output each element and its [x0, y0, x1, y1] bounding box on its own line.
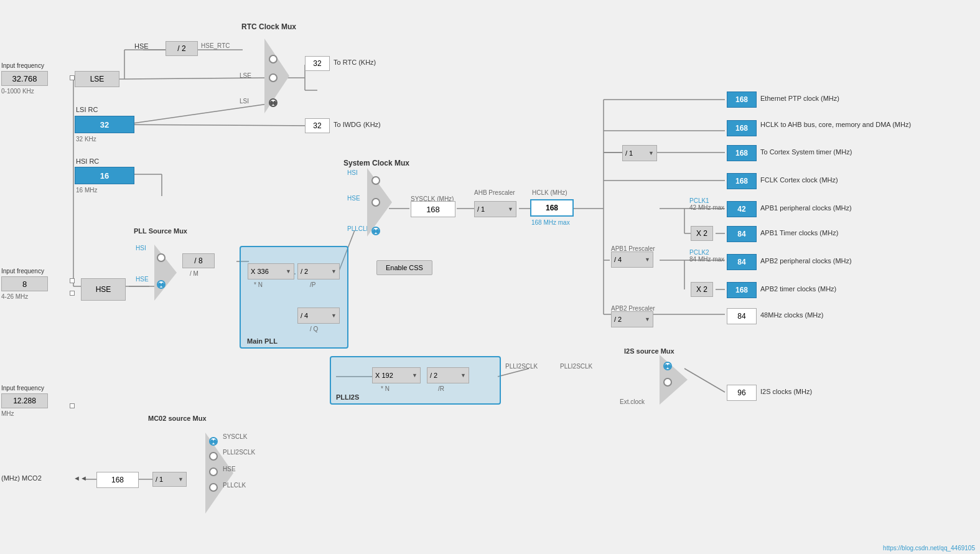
- hsi-rc-value: 16: [75, 167, 134, 184]
- mco2-div-arrow: ▼: [178, 476, 184, 482]
- ahb-prescaler-value: / 1: [477, 205, 485, 213]
- div-q-arrow: ▼: [331, 312, 337, 319]
- sys-mux-radio-hsi[interactable]: [371, 176, 380, 185]
- mul-n-arrow: ▼: [286, 268, 291, 275]
- mco2-div-value: / 1: [156, 476, 163, 483]
- pll-mux-radio-hsi[interactable]: [157, 253, 166, 262]
- fclk-value: 168: [727, 173, 757, 189]
- hse-box: HSE: [81, 278, 126, 301]
- plli2s-r-label: /R: [438, 385, 444, 392]
- i2s-mux-radio-ext[interactable]: [663, 378, 672, 387]
- i2s-mux-radio-plli2s[interactable]: [663, 362, 672, 370]
- mco2-source-mux-label: MC02 source Mux: [148, 415, 207, 422]
- pclk2-label: PCLK2: [689, 249, 709, 256]
- hse-div2-box[interactable]: / 2: [166, 41, 198, 56]
- input-freq-lse-section: Input frequency 32.768 0-1000 KHz: [1, 62, 57, 95]
- plli2s-label: PLLI2S: [336, 393, 359, 401]
- apb1-x2-box: X 2: [691, 226, 713, 241]
- hsi-rc-sub: 16 MHz: [76, 187, 97, 194]
- input-freq-lse-range: 0-1000 KHz: [1, 88, 34, 95]
- rtc-mux-lsi: LSI: [240, 98, 249, 105]
- ahb-prescaler-label: AHB Prescaler: [474, 189, 515, 196]
- apb1-timer-value: 84: [727, 226, 757, 242]
- pclk1-label: PCLK1: [689, 197, 709, 204]
- pll-source-mux-shape: [154, 245, 177, 301]
- svg-line-6: [124, 104, 268, 124]
- mco2-plli2sclk-label: PLLI2SCLK: [223, 449, 255, 456]
- to-rtc-value: 32: [305, 56, 330, 71]
- mco2-radio-plli2sclk[interactable]: [209, 452, 218, 461]
- mhz48-value: 84: [727, 308, 757, 324]
- input-freq-hse-value[interactable]: 8: [1, 276, 48, 291]
- mco2-div-dropdown[interactable]: / 1 ▼: [152, 472, 187, 487]
- apb1-peripheral-label: APB1 peripheral clocks (MHz): [760, 204, 852, 212]
- plli2s-mul-n-value: X 192: [375, 372, 393, 379]
- pclk1-max: 42 MHz max: [689, 204, 724, 211]
- plli2s-mul-n-arrow: ▼: [412, 372, 418, 378]
- mco2-output-value: 168: [96, 472, 139, 488]
- apb1-prescaler-dropdown[interactable]: / 4 ▼: [611, 251, 653, 268]
- mco2-hse-label: HSE: [223, 466, 236, 472]
- cortex-div1-value: / 1: [625, 149, 633, 157]
- div-p-dropdown[interactable]: / 2 ▼: [297, 263, 340, 279]
- rtc-mux-lse: LSE: [240, 72, 251, 79]
- apb2-timer-value: 168: [727, 282, 757, 298]
- system-clock-mux-label: System Clock Mux: [343, 159, 409, 167]
- cortex-div1-arrow: ▼: [648, 150, 654, 156]
- plli2s-mul-n-dropdown[interactable]: X 192 ▼: [372, 367, 421, 383]
- hclk-ahb-value: 168: [727, 120, 757, 136]
- sys-mux-radio-pllclk[interactable]: [371, 227, 380, 235]
- mco2-radio-pllclk[interactable]: [209, 483, 218, 492]
- plli2sclk-i2s-label: PLLI2SCLK: [560, 363, 592, 370]
- ethernet-ptp-value: 168: [727, 92, 757, 108]
- apb2-timer-label: APB2 timer clocks (MHz): [760, 285, 836, 293]
- rtc-mux-radio-lsi[interactable]: [269, 98, 278, 107]
- input-freq-plli2s-value[interactable]: 12.288: [1, 393, 48, 408]
- enable-css-button[interactable]: Enable CSS: [376, 260, 432, 275]
- input-freq-plli2s-section: Input frequency 12.288 MHz: [1, 385, 57, 417]
- i2s-label: I2S clocks (MHz): [760, 388, 812, 395]
- cortex-div1-dropdown[interactable]: / 1 ▼: [622, 145, 657, 161]
- div-m-label: / M: [190, 270, 198, 277]
- mco2-radio-sysclk[interactable]: [209, 437, 218, 446]
- input-freq-plli2s-label: Input frequency: [1, 385, 44, 392]
- sys-mux-hse: HSE: [347, 195, 360, 202]
- rtc-mux-radio-hse[interactable]: [269, 55, 278, 63]
- bottom-url: https://blog.csdn.net/qq_4469105: [883, 545, 975, 552]
- div-q-dropdown[interactable]: / 4 ▼: [297, 308, 340, 324]
- div-p-value: / 2: [301, 268, 308, 275]
- apb1-timer-label: APB1 Timer clocks (MHz): [760, 229, 838, 237]
- pll-mux-radio-hse[interactable]: [157, 280, 166, 289]
- ext-clock-label: Ext.clock: [620, 398, 645, 405]
- apb1-peripheral-value: 42: [727, 201, 757, 217]
- sys-mux-radio-hse[interactable]: [371, 198, 380, 207]
- div-m-box[interactable]: / 8: [182, 253, 215, 268]
- rtc-clock-mux-label: RTC Clock Mux: [241, 22, 296, 31]
- plli2sclk-out-label: PLLI2SCLK: [505, 363, 538, 370]
- hsi-rc-label: HSI RC: [76, 157, 99, 165]
- main-pll-label: Main PLL: [247, 337, 278, 345]
- ahb-prescaler-dropdown[interactable]: / 1 ▼: [474, 201, 516, 217]
- mul-n-dropdown[interactable]: X 336 ▼: [248, 263, 294, 279]
- mco2-sysclk-label: SYSCLK: [223, 433, 247, 440]
- mco2-radio-hse[interactable]: [209, 467, 218, 476]
- apb1-prescaler-value: / 4: [614, 256, 622, 263]
- main-pll-box: Main PLL: [240, 246, 348, 349]
- apb2-peripheral-label: APB2 peripheral clocks (MHz): [760, 257, 852, 265]
- mco2-label: (MHz) MCO2: [1, 474, 42, 482]
- apb2-arrow2: ▼: [645, 316, 650, 322]
- pll-mux-hsi: HSI: [136, 245, 146, 251]
- input-freq-hse-label: Input frequency: [1, 268, 44, 275]
- rtc-mux-radio-lse[interactable]: [269, 73, 278, 82]
- sys-mux-hsi: HSI: [347, 169, 358, 176]
- apb2-prescaler-value2: / 2: [614, 316, 622, 323]
- hclk-max: 168 MHz max: [531, 219, 570, 226]
- plli2s-div-r-dropdown[interactable]: / 2 ▼: [427, 367, 469, 383]
- q-label: / Q: [310, 326, 318, 332]
- input-freq-hse-section: Input frequency 8 4-26 MHz: [1, 268, 57, 300]
- div-p-arrow: ▼: [331, 268, 337, 275]
- mco2-arrows: ◄◄: [73, 474, 87, 482]
- apb2-prescaler-dropdown2[interactable]: / 2 ▼: [611, 311, 653, 327]
- input-freq-lse-value[interactable]: 32.768: [1, 71, 48, 86]
- div-q-value: / 4: [301, 312, 308, 319]
